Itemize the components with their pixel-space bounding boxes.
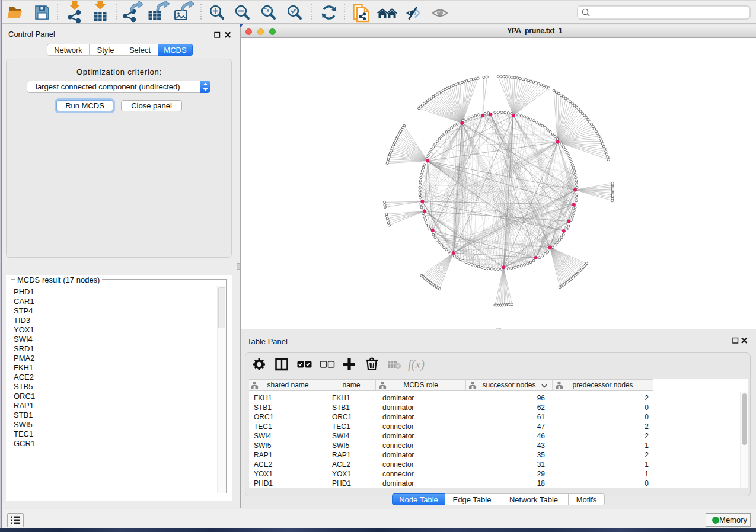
svg-text:f(x): f(x) — [408, 358, 425, 371]
